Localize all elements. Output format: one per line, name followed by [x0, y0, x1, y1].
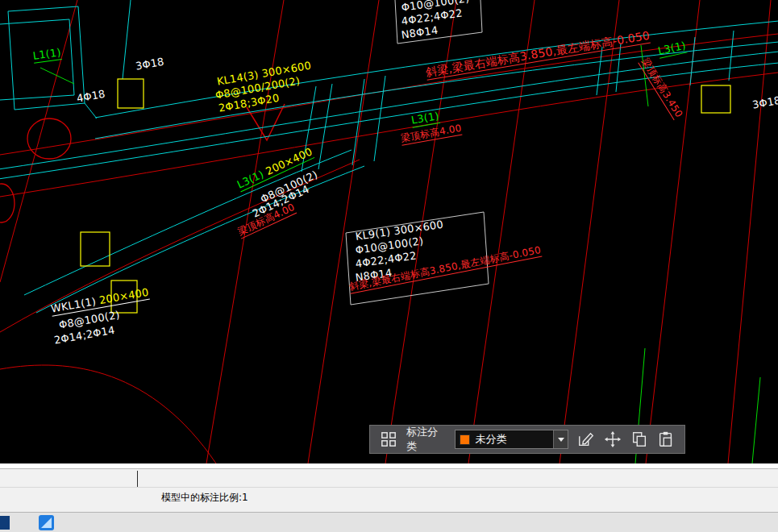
cad-annotation-text: L3(1) — [235, 166, 269, 190]
chevron-down-icon[interactable] — [553, 430, 568, 448]
beam-elevation-note[interactable]: 斜梁,梁最右端标高3.850,最左端标高-0.050 — [425, 30, 651, 81]
cad-annotation-text: 斜梁,梁最右端标高3.850,最左端标高-0.050 — [425, 29, 651, 79]
category-color-swatch — [460, 434, 470, 445]
beam-annotation[interactable]: 3Φ18 — [135, 56, 165, 73]
beam-annotation[interactable]: L1(1) — [32, 47, 62, 63]
copy-icon[interactable] — [630, 430, 648, 449]
beam-annotation[interactable]: L3(1) — [657, 40, 687, 59]
beam-annotation[interactable]: N8Φ14 — [401, 25, 439, 41]
cad-annotation-text: 3Φ18 — [751, 94, 778, 111]
paste-icon[interactable] — [656, 430, 675, 449]
beam-elevation-note[interactable]: 梁顶标高3.450 — [639, 56, 684, 120]
cad-annotation-text: 梁顶标高4.00 — [400, 123, 463, 144]
taskbar-partial-icon[interactable] — [0, 516, 10, 530]
taskbar-app-icon-glyph — [41, 517, 52, 528]
category-dropdown[interactable]: 未分类 — [455, 430, 569, 449]
beam-elevation-note[interactable]: 梁顶标高4.00 — [400, 123, 463, 146]
cad-annotation-text: 3Φ18 — [135, 56, 165, 73]
annotation-toolbar: 标注分类 未分类 — [369, 425, 685, 454]
edit-icon[interactable] — [576, 430, 595, 449]
cad-annotation-text: L3(1) — [410, 110, 440, 127]
cad-annotation-text: L1(1) — [32, 46, 62, 62]
taskbar-app-icon[interactable] — [39, 515, 54, 530]
category-label: 标注分类 — [406, 425, 447, 454]
taskbar — [0, 512, 778, 532]
annotation-scale-text: 模型中的标注比例:1 — [161, 491, 248, 505]
grid-icon[interactable] — [380, 430, 398, 449]
beam-annotation[interactable]: 3Φ18 — [751, 95, 778, 111]
cad-annotation-text: WKL1(1) — [50, 294, 101, 314]
annotation-layer: KL9(1) 300×600Φ10@100(2)4Φ22;4Φ22N8Φ14斜梁… — [0, 0, 778, 463]
cad-annotation-text: L3(1) — [657, 39, 687, 57]
status-divider-line — [0, 487, 778, 488]
move-icon[interactable] — [603, 430, 622, 449]
cad-annotation-text: 4Φ18 — [76, 88, 106, 105]
beam-annotation[interactable]: 4Φ18 — [76, 89, 106, 105]
beam-annotation[interactable]: L3(1) — [410, 110, 440, 127]
cad-annotation-text: 200×400 — [98, 286, 150, 307]
status-divider-tick — [137, 471, 138, 487]
category-dropdown-value: 未分类 — [476, 432, 554, 447]
cad-annotation-text: 梁顶标高3.450 — [639, 56, 684, 119]
status-panel: 模型中的标注比例:1 — [0, 468, 778, 512]
cad-viewport[interactable]: KL9(1) 300×600Φ10@100(2)4Φ22;4Φ22N8Φ14斜梁… — [0, 0, 778, 463]
